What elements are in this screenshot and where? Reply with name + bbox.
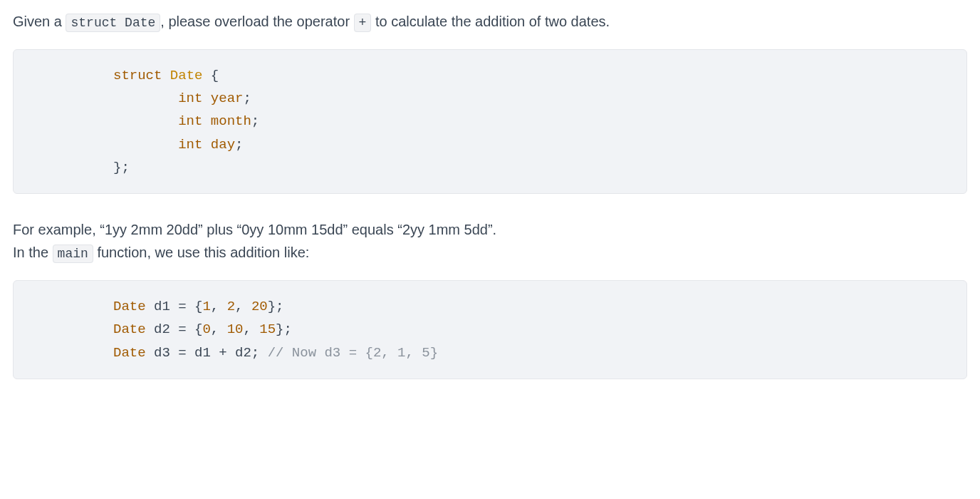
comma: , xyxy=(211,299,227,314)
num-10: 10 xyxy=(227,321,244,337)
example-paragraph-line2: In the main function, we use this additi… xyxy=(13,241,967,264)
brace-open: { xyxy=(187,321,203,337)
intro-text-pre: Given a xyxy=(13,14,66,29)
keyword-int: int xyxy=(178,137,202,153)
semicolon: ; xyxy=(251,113,259,129)
num-20: 20 xyxy=(251,299,268,314)
var-d1: d1 xyxy=(146,299,179,314)
num-1: 1 xyxy=(202,299,210,314)
semicolon: ; xyxy=(243,91,251,106)
keyword-struct: struct xyxy=(113,68,162,83)
keyword-int: int xyxy=(178,113,202,129)
code-block-struct-definition: struct Date { int year; int month; int d… xyxy=(13,49,967,194)
intro-text-mid: , please overload the operator xyxy=(160,14,353,29)
brace-close: }; xyxy=(113,160,130,175)
type-name-date: Date xyxy=(170,68,203,83)
intro-paragraph: Given a struct Date, please overload the… xyxy=(13,10,967,34)
code-block-usage-example: Date d1 = {1, 2, 20}; Date d2 = {0, 10, … xyxy=(13,280,967,379)
keyword-int: int xyxy=(178,91,202,106)
intro-text-post: to calculate the addition of two dates. xyxy=(371,14,610,29)
inline-code-main: main xyxy=(53,245,93,263)
equals: = xyxy=(178,299,186,314)
inline-code-struct-date: struct Date xyxy=(66,14,160,32)
equals: = xyxy=(178,345,186,361)
type-date: Date xyxy=(113,299,146,314)
field-year: year xyxy=(211,91,244,106)
num-0: 0 xyxy=(202,321,210,337)
expr-d1-plus-d2: d1 + d2; xyxy=(187,345,268,361)
semicolon: ; xyxy=(235,137,243,153)
line2-post: function, we use this addition like: xyxy=(93,245,310,260)
brace-close: }; xyxy=(276,321,292,337)
comma: , xyxy=(243,321,259,337)
comment-result: // Now d3 = {2, 1, 5} xyxy=(268,345,438,361)
type-date: Date xyxy=(113,321,146,337)
comma: , xyxy=(235,299,251,314)
var-d3: d3 xyxy=(146,345,179,361)
line2-pre: In the xyxy=(13,245,53,260)
field-month: month xyxy=(211,113,251,129)
inline-code-plus: + xyxy=(354,14,372,32)
field-day: day xyxy=(211,137,235,153)
brace-close: }; xyxy=(268,299,284,314)
brace-open: { xyxy=(202,68,219,83)
equals: = xyxy=(178,321,186,337)
num-15: 15 xyxy=(259,321,276,337)
num-2: 2 xyxy=(227,299,235,314)
comma: , xyxy=(211,321,227,337)
example-paragraph-line1: For example, “1yy 2mm 20dd” plus “0yy 10… xyxy=(13,218,967,241)
var-d2: d2 xyxy=(146,321,179,337)
brace-open: { xyxy=(187,299,203,314)
type-date: Date xyxy=(113,345,146,361)
